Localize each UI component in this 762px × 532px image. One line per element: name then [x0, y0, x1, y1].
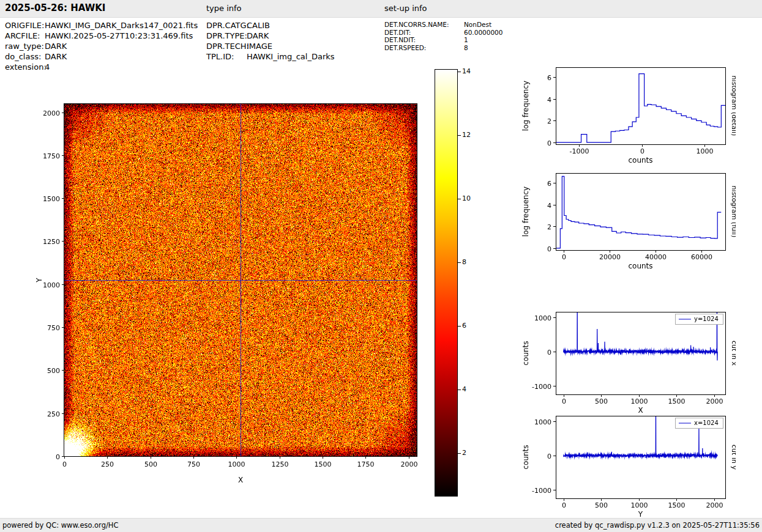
- metadata-value: DARK: [45, 42, 67, 51]
- histogram-full-chart: [520, 164, 736, 286]
- metadata-row: DET.NDIT:1: [384, 36, 502, 44]
- metadata-value: 8: [464, 44, 468, 51]
- colorbar-tick: [458, 390, 461, 390]
- metadata-value: DARK: [45, 52, 67, 61]
- colorbar-tick-label: 8: [462, 258, 466, 266]
- metadata-value: NonDest: [464, 21, 491, 28]
- metadata-row: TPL.ID:HAWKI_img_cal_Darks: [206, 51, 335, 62]
- colorbar-tick: [458, 199, 461, 199]
- metadata-label: ORIGFILE:: [5, 20, 45, 31]
- colorbar-tick: [458, 135, 461, 136]
- colorbar-tick-label: 12: [462, 131, 471, 139]
- footer-bar: powered by QC: www.eso.org/HC created by…: [0, 518, 762, 532]
- metadata-value: HAWKI.2025-05-27T10:23:31.469.fits: [45, 31, 193, 40]
- metadata-label: DPR.TECH:: [206, 41, 247, 51]
- metadata-label: DET.RSPEED:: [384, 44, 464, 52]
- colorbar-tick-label: 10: [462, 194, 471, 202]
- metadata-row: DPR.TYPE:DARK: [206, 31, 335, 41]
- metadata-value: IMAGE: [247, 42, 272, 51]
- qc-report-page: 2025-05-26: HAWKI type info set-up info …: [0, 0, 762, 532]
- metadata-value: 4: [45, 62, 50, 72]
- metadata-value: HAWKI_IMG_DARK_Darks147_0021.fits: [45, 21, 198, 30]
- metadata-row: DET.NCORRS.NAME:NonDest: [384, 21, 502, 29]
- metadata-value: 60.0000000: [464, 29, 502, 36]
- colorbar-tick-label: 4: [462, 385, 466, 393]
- metadata-label: DET.DIT:: [384, 29, 464, 37]
- colorbar: [435, 69, 458, 497]
- metadata-row: ORIGFILE:HAWKI_IMG_DARK_Darks147_0021.fi…: [5, 20, 198, 31]
- metadata-row: DET.DIT:60.0000000: [384, 29, 502, 37]
- metadata-value: DARK: [247, 31, 269, 40]
- page-title: 2025-05-26: HAWKI: [5, 2, 105, 13]
- colorbar-tick-label: 2: [462, 449, 466, 457]
- metadata-label: TPL.ID:: [206, 51, 247, 62]
- histogram-detail-chart: [520, 58, 736, 180]
- metadata-value: HAWKI_img_cal_Darks: [247, 52, 335, 61]
- setup-info-block: DET.NCORRS.NAME:NonDest DET.DIT:60.00000…: [384, 21, 502, 51]
- metadata-label: DPR.CATG:: [206, 20, 247, 31]
- colorbar-tick-label: 6: [462, 322, 466, 330]
- metadata-label: extension:: [5, 62, 45, 72]
- colorbar-tick: [458, 262, 461, 263]
- colorbar-tick: [458, 326, 461, 327]
- metadata-row: DPR.CATG:CALIB: [206, 20, 335, 31]
- metadata-value: 1: [464, 36, 468, 43]
- cut-in-y-chart: [520, 407, 736, 529]
- metadata-value: CALIB: [247, 21, 270, 30]
- metadata-label: DPR.TYPE:: [206, 31, 247, 41]
- metadata-label: raw_type:: [5, 41, 45, 51]
- metadata-row: do_class:DARK: [5, 51, 198, 62]
- metadata-row: DPR.TECH:IMAGE: [206, 41, 335, 51]
- colorbar-tick: [458, 72, 461, 72]
- metadata-label: DET.NDIT:: [384, 36, 464, 44]
- metadata-row: ARCFILE:HAWKI.2025-05-27T10:23:31.469.fi…: [5, 31, 198, 41]
- footer-right-text: created by qc_rawdisp.py v1.2.3 on 2025-…: [555, 521, 760, 530]
- metadata-row: raw_type:DARK: [5, 41, 198, 51]
- metadata-label: ARCFILE:: [5, 31, 45, 41]
- metadata-row: DET.RSPEED:8: [384, 44, 502, 52]
- colorbar-tick: [458, 453, 461, 454]
- type-info-heading: type info: [206, 4, 242, 13]
- dark-frame-image-plot: [34, 86, 425, 489]
- header-bar: 2025-05-26: HAWKI type info set-up info: [0, 0, 762, 18]
- type-info-block: DPR.CATG:CALIB DPR.TYPE:DARK DPR.TECH:IM…: [206, 20, 335, 62]
- file-info-block: ORIGFILE:HAWKI_IMG_DARK_Darks147_0021.fi…: [5, 20, 198, 72]
- setup-info-heading: set-up info: [384, 4, 427, 13]
- colorbar-tick-label: 14: [462, 67, 471, 75]
- metadata-row: extension:4: [5, 62, 198, 72]
- metadata-label: do_class:: [5, 51, 45, 62]
- footer-left-text: powered by QC: www.eso.org/HC: [2, 521, 118, 530]
- metadata-label: DET.NCORRS.NAME:: [384, 21, 464, 29]
